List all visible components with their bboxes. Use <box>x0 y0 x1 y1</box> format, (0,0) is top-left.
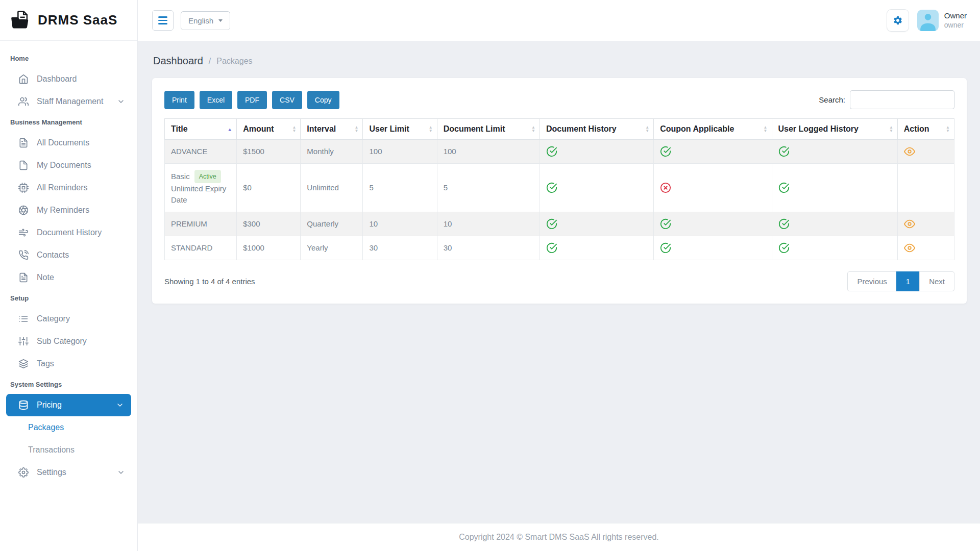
column-header-interval[interactable]: Interval▲▼ <box>301 119 363 140</box>
page-footer: Copyright 2024 © Smart DMS SaaS All righ… <box>138 523 980 551</box>
cell-amount: $1000 <box>237 236 301 260</box>
sidebar-item-tags[interactable]: Tags <box>0 353 137 375</box>
column-header-action[interactable]: Action▲▼ <box>897 119 954 140</box>
check-circle-icon <box>778 146 790 157</box>
database-icon <box>18 400 29 410</box>
excel-button[interactable]: Excel <box>200 91 232 109</box>
sort-icon: ▲▼ <box>531 126 535 133</box>
sidebar-item-category[interactable]: Category <box>0 308 137 330</box>
sidebar-item-document-history[interactable]: Document History <box>0 221 137 244</box>
sidebar-item-all-documents[interactable]: All Documents <box>0 132 137 154</box>
breadcrumb: Dashboard / Packages <box>153 55 967 67</box>
cell-user-logged-history <box>772 140 897 164</box>
avatar[interactable] <box>917 10 939 31</box>
breadcrumb-dashboard[interactable]: Dashboard <box>153 55 203 67</box>
sidebar-item-sub-category[interactable]: Sub Category <box>0 330 137 353</box>
layers-icon <box>18 359 29 369</box>
check-circle-icon <box>660 242 671 254</box>
cell-amount: $0 <box>237 164 301 212</box>
sort-icon: ▲▼ <box>764 126 768 133</box>
cell-coupon-applicable <box>654 236 772 260</box>
sidebar-item-all-reminders[interactable]: All Reminders <box>0 177 137 199</box>
sidebar-subitem-packages[interactable]: Packages <box>0 416 137 439</box>
cell-amount: $300 <box>237 212 301 236</box>
breadcrumb-packages: Packages <box>216 57 252 66</box>
cell-title: BasicActive Unlimited Expiry Date <box>165 164 237 212</box>
sidebar-item-pricing[interactable]: Pricing <box>6 394 131 416</box>
previous-page-button[interactable]: Previous <box>847 271 896 291</box>
sidebar-item-my-documents[interactable]: My Documents <box>0 154 137 177</box>
cell-user-logged-history <box>772 236 897 260</box>
x-circle-icon <box>660 182 671 193</box>
sort-asc-icon: ▲ <box>227 127 232 132</box>
settings-button[interactable] <box>887 9 909 32</box>
print-button[interactable]: Print <box>164 91 194 109</box>
cell-coupon-applicable <box>654 212 772 236</box>
column-header-user-logged-history[interactable]: User Logged History▲▼ <box>772 119 897 140</box>
nav-section-system-settings: System Settings <box>0 375 137 394</box>
language-selected: English <box>188 16 213 25</box>
check-circle-icon <box>546 182 557 193</box>
cell-document-history <box>540 212 653 236</box>
copy-button[interactable]: Copy <box>307 91 339 109</box>
cell-action <box>897 140 954 164</box>
eye-icon[interactable] <box>904 218 915 230</box>
sort-icon: ▲▼ <box>429 126 433 133</box>
home-icon <box>18 74 29 84</box>
sidebar-item-dashboard[interactable]: Dashboard <box>0 68 137 90</box>
column-header-document-limit[interactable]: Document Limit▲▼ <box>437 119 540 140</box>
cell-user-limit: 10 <box>363 212 437 236</box>
csv-button[interactable]: CSV <box>272 91 302 109</box>
column-header-amount[interactable]: Amount▲▼ <box>237 119 301 140</box>
next-page-button[interactable]: Next <box>919 271 954 291</box>
check-circle-icon <box>546 146 557 157</box>
column-header-title[interactable]: Title▲ <box>165 119 237 140</box>
cell-title: PREMIUM <box>165 212 237 236</box>
cell-interval: Monthly <box>301 140 363 164</box>
column-header-coupon-applicable[interactable]: Coupon Applicable▲▼ <box>654 119 772 140</box>
sort-icon: ▲▼ <box>946 126 950 133</box>
sidebar-item-note[interactable]: Note <box>0 266 137 289</box>
sidebar: DRMS SaaS Home Dashboard Staff Managemen… <box>0 0 138 551</box>
sidebar-subitem-transactions[interactable]: Transactions <box>0 439 137 461</box>
sidebar-item-staff-management[interactable]: Staff Management <box>0 90 137 113</box>
sidebar-item-settings[interactable]: Settings <box>0 461 137 484</box>
file-text-icon <box>18 138 29 148</box>
cell-document-limit: 30 <box>437 236 540 260</box>
language-dropdown[interactable]: English <box>181 11 230 30</box>
brand-link[interactable]: DRMS SaaS <box>0 0 137 41</box>
cell-document-limit: 10 <box>437 212 540 236</box>
column-header-user-limit[interactable]: User Limit▲▼ <box>363 119 437 140</box>
chevron-down-icon <box>115 401 125 409</box>
brand-name: DRMS SaaS <box>38 12 117 28</box>
gear-icon <box>18 467 29 478</box>
search-input[interactable] <box>850 90 954 109</box>
nav-section-setup: Setup <box>0 289 137 308</box>
list-icon <box>18 314 29 324</box>
top-header: English Owner owner <box>138 0 980 41</box>
sort-icon: ▲▼ <box>889 126 893 133</box>
cpu-icon <box>18 183 29 193</box>
nav-section-home: Home <box>0 49 137 68</box>
sidebar-toggle-button[interactable] <box>152 10 174 31</box>
page-1-button[interactable]: 1 <box>896 271 920 291</box>
user-meta[interactable]: Owner owner <box>944 11 967 30</box>
copyright-text: Copyright 2024 © Smart DMS SaaS All righ… <box>459 533 659 542</box>
table-row: PREMIUM $300 Quarterly 10 10 <box>165 212 954 236</box>
cell-interval: Unlimited <box>301 164 363 212</box>
eye-icon[interactable] <box>904 242 915 254</box>
cell-user-logged-history <box>772 164 897 212</box>
sort-icon: ▲▼ <box>292 126 296 133</box>
sidebar-item-contacts[interactable]: Contacts <box>0 244 137 266</box>
app-logo-icon <box>10 9 33 32</box>
check-circle-icon <box>778 242 790 254</box>
cell-coupon-applicable <box>654 164 772 212</box>
cell-interval: Quarterly <box>301 212 363 236</box>
cell-action <box>897 212 954 236</box>
sidebar-item-my-reminders[interactable]: My Reminders <box>0 199 137 221</box>
eye-icon[interactable] <box>904 146 915 157</box>
pdf-button[interactable]: PDF <box>237 91 267 109</box>
cell-subtitle: Unlimited Expiry Date <box>171 183 230 206</box>
column-header-document-history[interactable]: Document History▲▼ <box>540 119 653 140</box>
cell-user-limit: 100 <box>363 140 437 164</box>
